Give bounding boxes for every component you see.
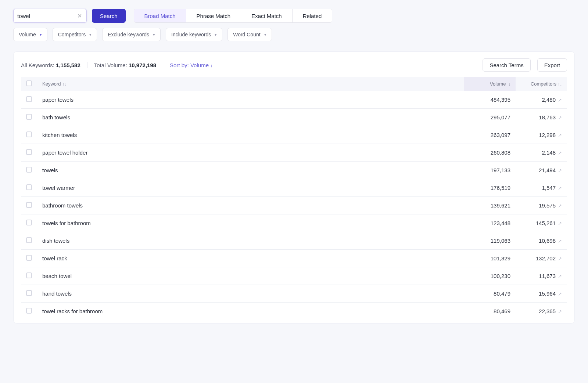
- clear-icon[interactable]: ✕: [76, 12, 83, 19]
- column-keyword[interactable]: Keyword↑↓: [37, 77, 464, 91]
- filter-label: Volume: [19, 32, 36, 37]
- filter-label: Exclude keywords: [108, 32, 149, 37]
- row-checkbox[interactable]: [26, 114, 32, 120]
- divider: [87, 62, 87, 68]
- keyword-cell[interactable]: paper towel holder: [37, 144, 464, 162]
- table-row: towels197,13321,494↗: [21, 162, 567, 179]
- filter-word-count[interactable]: Word Count ▾: [227, 28, 272, 41]
- external-link-icon[interactable]: ↗: [558, 291, 562, 297]
- table-row: paper towel holder260,8082,148↗: [21, 144, 567, 162]
- competitors-cell[interactable]: 19,575↗: [516, 197, 567, 214]
- competitors-cell[interactable]: 2,480↗: [516, 91, 567, 109]
- keyword-cell[interactable]: towel racks for bathroom: [37, 303, 464, 320]
- volume-cell: 80,479: [464, 285, 516, 303]
- external-link-icon[interactable]: ↗: [558, 115, 562, 120]
- filter-exclude-keywords[interactable]: Exclude keywords ▾: [102, 28, 161, 41]
- external-link-icon[interactable]: ↗: [558, 309, 562, 314]
- tab-exact-match[interactable]: Exact Match: [241, 9, 293, 22]
- row-checkbox[interactable]: [26, 290, 32, 296]
- external-link-icon[interactable]: ↗: [558, 256, 562, 261]
- filter-include-keywords[interactable]: Include keywords ▾: [166, 28, 222, 41]
- arrow-down-icon: ↓: [210, 63, 212, 68]
- external-link-icon[interactable]: ↗: [558, 274, 562, 279]
- row-checkbox[interactable]: [26, 237, 32, 243]
- external-link-icon[interactable]: ↗: [558, 185, 562, 191]
- keywords-table: Keyword↑↓ Volume ↓ Competitors↑↓ paper t…: [21, 77, 567, 320]
- keyword-cell[interactable]: towels for bathroom: [37, 214, 464, 232]
- row-checkbox[interactable]: [26, 184, 32, 190]
- row-checkbox[interactable]: [26, 131, 32, 137]
- table-row: hand towels80,47915,964↗: [21, 285, 567, 303]
- row-checkbox[interactable]: [26, 272, 32, 278]
- external-link-icon[interactable]: ↗: [558, 221, 562, 226]
- tab-related[interactable]: Related: [293, 9, 332, 22]
- row-checkbox[interactable]: [26, 96, 32, 102]
- volume-cell: 101,329: [464, 250, 516, 267]
- keyword-cell[interactable]: towel rack: [37, 250, 464, 267]
- row-checkbox[interactable]: [26, 202, 32, 208]
- competitors-cell[interactable]: 2,148↗: [516, 144, 567, 162]
- tab-phrase-match[interactable]: Phrase Match: [186, 9, 241, 22]
- sort-icon: ↑↓: [62, 82, 67, 86]
- row-checkbox[interactable]: [26, 308, 32, 314]
- chevron-down-icon: ▾: [89, 32, 92, 37]
- volume-cell: 80,469: [464, 303, 516, 320]
- competitors-cell[interactable]: 1,547↗: [516, 179, 567, 197]
- table-row: towel racks for bathroom80,46922,365↗: [21, 303, 567, 320]
- keyword-cell[interactable]: hand towels: [37, 285, 464, 303]
- competitors-cell[interactable]: 21,494↗: [516, 162, 567, 179]
- keyword-cell[interactable]: towel warmer: [37, 179, 464, 197]
- sort-by[interactable]: Sort by: Volume ↓: [170, 62, 212, 68]
- external-link-icon[interactable]: ↗: [558, 133, 562, 138]
- column-checkbox: [21, 77, 37, 91]
- competitors-cell[interactable]: 15,964↗: [516, 285, 567, 303]
- column-competitors[interactable]: Competitors↑↓: [516, 77, 567, 91]
- competitors-cell[interactable]: 18,763↗: [516, 109, 567, 126]
- keyword-cell[interactable]: bath towels: [37, 109, 464, 126]
- competitors-cell[interactable]: 12,298↗: [516, 126, 567, 144]
- row-checkbox[interactable]: [26, 220, 32, 225]
- keyword-cell[interactable]: kitchen towels: [37, 126, 464, 144]
- keyword-cell[interactable]: towels: [37, 162, 464, 179]
- keyword-cell[interactable]: dish towels: [37, 232, 464, 250]
- competitors-cell[interactable]: 10,698↗: [516, 232, 567, 250]
- column-volume[interactable]: Volume ↓: [464, 77, 516, 91]
- keyword-cell[interactable]: bathroom towels: [37, 197, 464, 214]
- external-link-icon[interactable]: ↗: [558, 97, 562, 103]
- keyword-cell[interactable]: beach towel: [37, 267, 464, 285]
- chevron-down-icon: ▾: [153, 32, 155, 37]
- competitors-cell[interactable]: 132,702↗: [516, 250, 567, 267]
- filter-competitors[interactable]: Competitors ▾: [53, 28, 97, 41]
- volume-cell: 176,519: [464, 179, 516, 197]
- row-checkbox[interactable]: [26, 149, 32, 155]
- filter-volume[interactable]: Volume ▾: [13, 28, 47, 41]
- external-link-icon[interactable]: ↗: [558, 168, 562, 173]
- row-checkbox[interactable]: [26, 255, 32, 261]
- external-link-icon[interactable]: ↗: [558, 150, 562, 156]
- tab-broad-match[interactable]: Broad Match: [134, 9, 186, 22]
- search-input-wrap[interactable]: ✕: [13, 9, 87, 23]
- chevron-down-icon: ▾: [215, 32, 217, 37]
- external-link-icon[interactable]: ↗: [558, 238, 562, 244]
- table-row: towels for bathroom123,448145,261↗: [21, 214, 567, 232]
- competitors-cell[interactable]: 145,261↗: [516, 214, 567, 232]
- table-row: bathroom towels139,62119,575↗: [21, 197, 567, 214]
- competitors-cell[interactable]: 11,673↗: [516, 267, 567, 285]
- volume-cell: 484,395: [464, 91, 516, 109]
- competitors-cell[interactable]: 22,365↗: [516, 303, 567, 320]
- volume-cell: 119,063: [464, 232, 516, 250]
- search-button[interactable]: Search: [92, 9, 126, 23]
- search-input[interactable]: [17, 13, 76, 19]
- row-checkbox[interactable]: [26, 167, 32, 173]
- all-keywords-value: 1,155,582: [56, 62, 80, 68]
- search-terms-button[interactable]: Search Terms: [483, 58, 530, 72]
- keyword-cell[interactable]: paper towels: [37, 91, 464, 109]
- table-row: beach towel100,23011,673↗: [21, 267, 567, 285]
- total-volume-label: Total Volume: 10,972,198: [94, 62, 156, 68]
- volume-cell: 139,621: [464, 197, 516, 214]
- checkbox-all[interactable]: [26, 80, 32, 86]
- external-link-icon[interactable]: ↗: [558, 203, 562, 209]
- table-row: towel rack101,329132,702↗: [21, 250, 567, 267]
- export-button[interactable]: Export: [537, 58, 567, 72]
- volume-cell: 197,133: [464, 162, 516, 179]
